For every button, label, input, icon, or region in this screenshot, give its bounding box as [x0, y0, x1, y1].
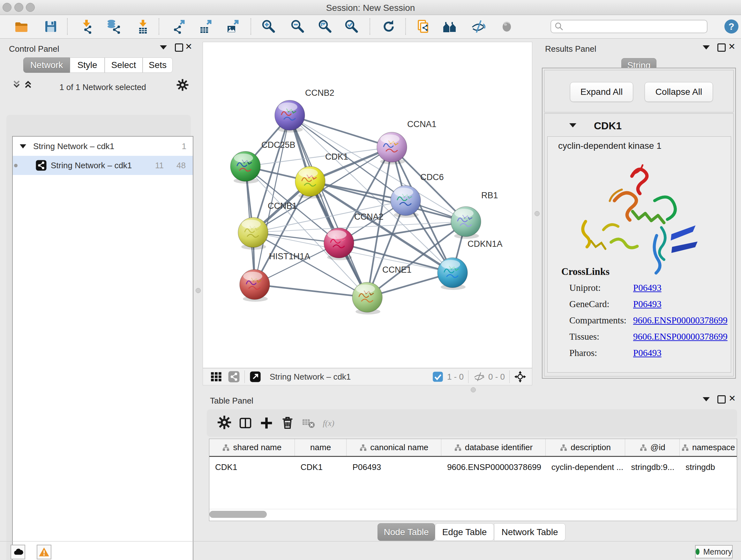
network-canvas[interactable]: CCNB2 CCNA1 CDC25B CDK1: [203, 42, 532, 368]
tab-select[interactable]: Select: [105, 57, 143, 73]
export-network-icon[interactable]: [171, 17, 188, 36]
right-splitter-handle[interactable]: [535, 211, 540, 216]
column-header-shared-name[interactable]: shared name: [209, 439, 295, 456]
network-graph[interactable]: CCNB2 CCNA1 CDC25B CDK1: [203, 42, 532, 368]
control-panel-close-icon[interactable]: ✕: [185, 44, 192, 50]
network-node-CCNA1[interactable]: [377, 132, 407, 165]
memory-button[interactable]: Memory: [695, 545, 733, 558]
table-panel-menu-icon[interactable]: [703, 397, 710, 401]
warning-status-button[interactable]: [37, 545, 51, 559]
tab-network-table[interactable]: Network Table: [494, 523, 565, 541]
entry-description: cyclin-dependent kinase 1: [558, 141, 662, 151]
network-node-CDKN1A[interactable]: [437, 258, 468, 290]
column-header-database-identifier[interactable]: database identifier: [441, 439, 546, 456]
results-panel-close-icon[interactable]: ✕: [728, 44, 736, 50]
bottom-splitter-handle[interactable]: [471, 387, 476, 392]
grid-view-icon[interactable]: [210, 371, 222, 383]
network-collection-row[interactable]: String Network – cdk1 1: [13, 137, 193, 156]
network-nodes: CCNB2 CCNA1 CDC25B CDK1: [230, 88, 502, 314]
open-session-icon[interactable]: [13, 17, 30, 36]
tab-sets[interactable]: Sets: [143, 57, 173, 73]
results-panel-menu-icon[interactable]: [703, 45, 710, 50]
add-column-icon[interactable]: [256, 414, 277, 432]
tab-edge-table[interactable]: Edge Table: [435, 523, 494, 541]
crosslink-value-link[interactable]: 9606.ENSP00000378699: [633, 331, 728, 342]
zoom-out-icon[interactable]: [288, 17, 307, 36]
crosslink-value-link[interactable]: P06493: [633, 348, 662, 358]
network-selection-status: 1 of 1 Network selected: [39, 82, 166, 92]
collapse-all-button[interactable]: Collapse All: [645, 82, 713, 102]
toolbar-separator: [158, 18, 159, 35]
detach-view-icon[interactable]: [249, 371, 261, 383]
network-node-CCNE1[interactable]: [352, 282, 382, 314]
table-gear-icon[interactable]: [214, 414, 235, 432]
crosslink-value-link[interactable]: 9606.ENSP00000378699: [633, 315, 728, 326]
crosslink-value-link[interactable]: P06493: [633, 299, 662, 309]
tree-expand-icon[interactable]: [20, 144, 26, 148]
network-node-RB1[interactable]: [451, 206, 481, 239]
table-cell: cyclin-dependent ...: [546, 457, 625, 477]
column-source-icon: [681, 444, 689, 451]
network-row-selected[interactable]: String Network – cdk1 11 48: [13, 156, 193, 175]
cloud-status-button[interactable]: [10, 545, 25, 559]
export-image-icon[interactable]: [224, 17, 242, 36]
network-node-HIST1H1A[interactable]: [240, 269, 270, 302]
entry-collapse-icon[interactable]: [569, 123, 576, 127]
network-edge[interactable]: [290, 115, 392, 147]
network-node-CDC25B[interactable]: [230, 151, 260, 184]
expand-all-icon[interactable]: [22, 78, 34, 91]
table-panel-float-icon[interactable]: [718, 395, 726, 403]
left-splitter-handle[interactable]: [196, 288, 201, 293]
hidden-eye-icon[interactable]: [473, 371, 485, 383]
save-session-icon[interactable]: [42, 17, 60, 36]
crosslink-row: GeneCard: P06493: [548, 296, 731, 312]
tab-node-table[interactable]: Node Table: [378, 523, 435, 541]
table-horizontal-scrollbar[interactable]: [209, 511, 267, 518]
zoom-in-icon[interactable]: [259, 17, 277, 36]
column-header-name[interactable]: name: [295, 439, 347, 456]
network-edge[interactable]: [255, 285, 367, 297]
network-edge[interactable]: [290, 115, 367, 297]
warning-icon: [38, 546, 50, 558]
first-neighbors-icon[interactable]: [441, 17, 459, 36]
import-network-icon[interactable]: [77, 17, 95, 36]
table-panel-close-icon[interactable]: ✕: [729, 395, 736, 401]
control-panel-float-icon[interactable]: [175, 44, 183, 52]
show-all-icon[interactable]: [498, 17, 516, 36]
column-header--id[interactable]: @id: [625, 439, 680, 456]
delete-trash-icon[interactable]: [277, 414, 298, 432]
network-share-icon[interactable]: [228, 371, 240, 383]
expand-all-button[interactable]: Expand All: [570, 82, 633, 102]
tab-network[interactable]: Network: [23, 57, 70, 73]
column-header-namespace[interactable]: namespace: [680, 439, 737, 456]
network-node-CDK1[interactable]: [295, 166, 325, 199]
selected-checkbox-icon[interactable]: [432, 371, 444, 383]
control-panel-title: Control Panel: [9, 44, 59, 54]
hide-selected-icon[interactable]: [469, 17, 487, 36]
results-panel-float-icon[interactable]: [718, 44, 726, 52]
collapse-all-icon[interactable]: [11, 78, 22, 91]
network-status-name: String Network – cdk1: [270, 372, 351, 382]
help-button[interactable]: ?: [724, 19, 739, 35]
table-row[interactable]: CDK1CDK1P064939606.ENSP00000378699cyclin…: [209, 457, 737, 477]
network-node-CCNB1[interactable]: [238, 217, 268, 250]
clone-network-icon[interactable]: [414, 17, 432, 36]
network-node-CDC6[interactable]: [391, 186, 421, 218]
export-table-icon[interactable]: [197, 17, 215, 36]
refresh-icon[interactable]: [380, 17, 398, 36]
column-header-description[interactable]: description: [546, 439, 625, 456]
import-database-icon[interactable]: [105, 17, 122, 36]
control-panel-menu-icon[interactable]: [160, 45, 167, 50]
delete-table-icon[interactable]: [298, 414, 319, 432]
network-options-gear-icon[interactable]: [176, 78, 189, 92]
column-source-icon: [639, 444, 647, 451]
zoom-selected-icon[interactable]: [342, 17, 360, 36]
search-input[interactable]: [550, 20, 708, 33]
import-table-icon[interactable]: [134, 17, 152, 36]
birdseye-crosshair-icon[interactable]: [514, 371, 526, 383]
crosslink-value-link[interactable]: P06493: [633, 283, 662, 293]
column-header-canonical-name[interactable]: canonical name: [347, 439, 441, 456]
tab-style[interactable]: Style: [70, 57, 105, 73]
columns-icon[interactable]: [235, 414, 256, 432]
zoom-fit-icon[interactable]: [316, 17, 334, 36]
